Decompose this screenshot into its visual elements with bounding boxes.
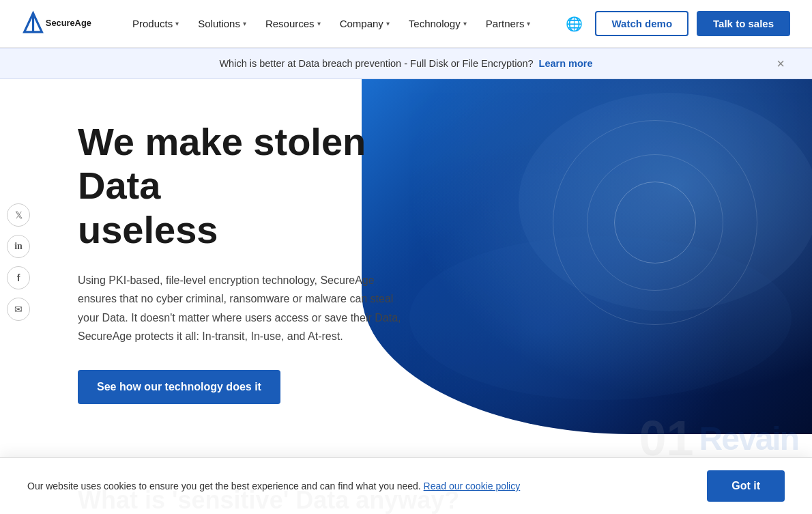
chevron-down-icon: ▾ (243, 20, 246, 27)
banner-learn-more-link[interactable]: Learn more (539, 58, 593, 69)
email-icon[interactable]: ✉ (7, 298, 30, 321)
nav-technology[interactable]: Technology ▾ (401, 12, 475, 35)
hero-title: We make stolen Data useless (78, 120, 423, 252)
chevron-down-icon: ▾ (317, 20, 321, 27)
hero-content: We make stolen Data useless Using PKI-ba… (0, 79, 423, 445)
nav-solutions[interactable]: Solutions ▾ (190, 12, 255, 35)
logo[interactable]: SecureAge (22, 8, 97, 40)
talk-to-sales-button[interactable]: Talk to sales (697, 11, 790, 36)
chevron-down-icon: ▾ (463, 20, 467, 27)
svg-text:SecureAge: SecureAge (46, 17, 91, 27)
cta-button[interactable]: See how our technology does it (78, 370, 280, 404)
cookie-accept-button[interactable]: Got it (707, 470, 785, 502)
nav-resources[interactable]: Resources ▾ (257, 12, 329, 35)
hero-background (362, 79, 812, 434)
nav-partners[interactable]: Partners ▾ (478, 12, 539, 35)
chevron-down-icon: ▾ (527, 20, 530, 27)
nav-actions: 🌐 Watch demo Talk to sales (562, 11, 790, 36)
banner-close-button[interactable]: × (777, 57, 785, 70)
globe-icon[interactable]: 🌐 (562, 12, 587, 36)
hero-body-text: Using PKI-based, file-level encryption t… (78, 271, 412, 345)
twitter-icon[interactable]: 𝕏 (7, 203, 30, 227)
navbar: SecureAge Products ▾ Solutions ▾ Resourc… (0, 0, 812, 48)
nav-products[interactable]: Products ▾ (124, 12, 187, 35)
chevron-down-icon: ▾ (175, 20, 179, 27)
cookie-text: Our website uses cookies to ensure you g… (27, 481, 685, 491)
announcement-banner: Which is better at Data breach preventio… (0, 48, 812, 79)
nav-company[interactable]: Company ▾ (332, 12, 398, 35)
cookie-policy-link[interactable]: Read our cookie policy (424, 481, 521, 491)
social-sidebar: 𝕏 in f ✉ (7, 203, 30, 321)
watch-demo-button[interactable]: Watch demo (595, 11, 688, 36)
hero-section: 𝕏 in f ✉ We make stolen Data useless Usi… (0, 79, 812, 445)
linkedin-icon[interactable]: in (7, 235, 30, 258)
banner-text: Which is better at Data breach preventio… (219, 58, 592, 69)
svg-point-4 (409, 236, 792, 400)
cookie-banner: Our website uses cookies to ensure you g… (0, 457, 812, 514)
nav-links: Products ▾ Solutions ▾ Resources ▾ Compa… (124, 12, 562, 35)
facebook-icon[interactable]: f (7, 266, 30, 289)
chevron-down-icon: ▾ (386, 20, 390, 27)
